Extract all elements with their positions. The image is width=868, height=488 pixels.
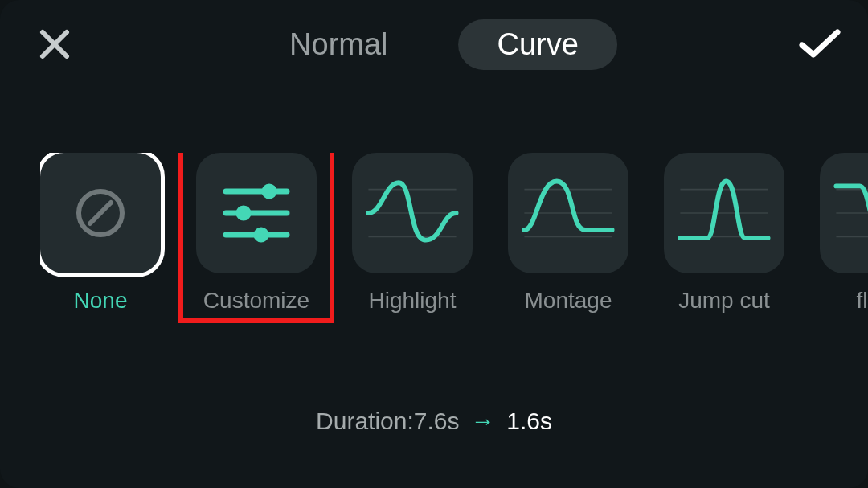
option-montage-tile (508, 153, 628, 273)
tab-normal[interactable]: Normal (251, 19, 426, 70)
option-montage[interactable]: Montage (508, 153, 628, 314)
option-none-label: None (74, 288, 128, 314)
duration-from: 7.6s (414, 408, 460, 434)
sliders-icon (216, 177, 297, 249)
option-montage-label: Montage (525, 288, 612, 314)
highlight-curve-icon (362, 162, 463, 264)
svg-point-5 (239, 208, 248, 218)
option-jumpcut-label: Jump cut (678, 288, 770, 314)
montage-curve-icon (518, 162, 619, 264)
close-icon (38, 27, 72, 61)
close-button[interactable] (35, 25, 74, 64)
duration-label: Duration: (316, 408, 414, 434)
option-highlight-tile (352, 153, 473, 273)
speed-curve-panel: Normal Curve None (0, 0, 868, 488)
option-highlight[interactable]: Highlight (352, 153, 473, 314)
option-flash[interactable]: flash (820, 153, 868, 314)
tabs: Normal Curve (251, 19, 617, 70)
option-flash-label: flash (856, 288, 868, 314)
duration-display: Duration:7.6s → 1.6s (0, 408, 868, 435)
option-customize[interactable]: Customize (196, 153, 317, 314)
option-jumpcut[interactable]: Jump cut (664, 153, 784, 314)
tab-curve[interactable]: Curve (459, 19, 617, 70)
svg-point-3 (264, 187, 274, 196)
confirm-button[interactable] (796, 25, 844, 64)
svg-point-7 (256, 230, 266, 240)
duration-to: 1.6s (506, 408, 552, 434)
option-jumpcut-tile (664, 153, 784, 273)
checkmark-icon (797, 27, 842, 61)
none-icon (74, 187, 127, 240)
option-none-tile (40, 153, 161, 273)
curve-options-row: None Customize (40, 153, 868, 330)
option-none[interactable]: None (40, 153, 161, 314)
arrow-icon: → (471, 408, 495, 434)
option-customize-tile (196, 153, 317, 273)
option-highlight-label: Highlight (369, 288, 457, 314)
svg-line-1 (90, 203, 111, 223)
option-customize-label: Customize (203, 288, 309, 314)
header: Normal Curve (0, 16, 868, 72)
jumpcut-curve-icon (674, 162, 775, 264)
option-flash-tile (820, 153, 868, 273)
flash-curve-icon (829, 162, 868, 264)
